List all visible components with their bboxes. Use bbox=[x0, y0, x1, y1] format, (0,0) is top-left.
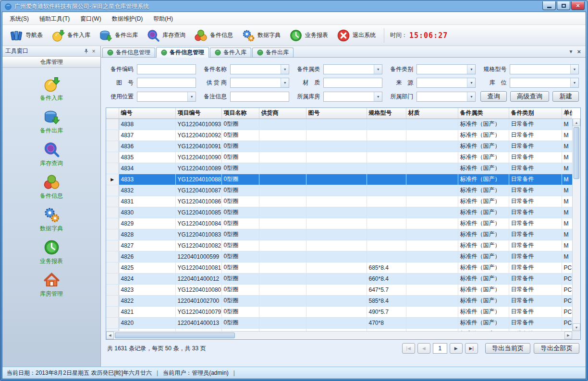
menu-tools[interactable]: 辅助工具(T) bbox=[34, 12, 75, 24]
menu-system[interactable]: 系统(S) bbox=[4, 12, 34, 24]
title-bar[interactable]: 广州爱奇迪软件科技有限公司-深田之星仓库管理系统 × bbox=[2, 0, 586, 12]
row-marker[interactable] bbox=[106, 273, 119, 284]
part-class-select[interactable]: ▼ bbox=[416, 64, 476, 74]
col-header-unit[interactable]: 单位 bbox=[562, 108, 572, 119]
current-row-marker[interactable]: ▶ bbox=[106, 174, 119, 185]
table-row[interactable]: 482612204010005990型圈标准件（国产）日常备件M bbox=[106, 251, 572, 262]
table-row[interactable]: 482212204010027000型圈585*8.4标准件（国产）日常备件PC bbox=[106, 295, 572, 306]
sidebar-item-inventory-search[interactable]: 库存查询 bbox=[25, 141, 78, 167]
warehouse-select[interactable]: ▼ bbox=[323, 92, 382, 102]
table-row[interactable]: 4827YG122040100820型圈标准件（国产）日常备件M bbox=[106, 240, 572, 251]
spec-model-select[interactable]: ▼ bbox=[510, 64, 579, 74]
page-number-input[interactable] bbox=[433, 343, 447, 354]
col-header-drawing-no[interactable]: 图号 bbox=[306, 108, 367, 119]
row-marker[interactable] bbox=[106, 262, 119, 273]
warehouse-manage-section-header[interactable]: 仓库管理 bbox=[2, 57, 100, 68]
query-button[interactable]: 查询 bbox=[480, 91, 507, 102]
col-header-project-code[interactable]: 项目编号 bbox=[175, 108, 221, 119]
next-page-button[interactable]: ▶ bbox=[450, 343, 463, 354]
row-marker[interactable] bbox=[106, 229, 119, 240]
table-row[interactable]: 4832YG122040100870型圈标准件（国产）日常备件M bbox=[106, 185, 572, 196]
location-select[interactable]: ▼ bbox=[510, 78, 579, 88]
supplier-select[interactable]: ▼ bbox=[230, 78, 289, 88]
close-button[interactable]: × bbox=[571, 1, 585, 10]
export-all-pages-button[interactable]: 导出全部页 bbox=[534, 343, 579, 354]
row-marker[interactable] bbox=[106, 152, 119, 163]
prev-page-button[interactable]: ◀ bbox=[417, 343, 430, 354]
row-marker[interactable] bbox=[106, 306, 119, 317]
sidebar-close-button[interactable]: × bbox=[90, 48, 98, 55]
maximize-button[interactable] bbox=[557, 1, 570, 10]
col-header-material[interactable]: 材质 bbox=[406, 108, 458, 119]
table-row[interactable]: 4823YG122040100800型圈647*5.7标准件（国产）日常备件PC bbox=[106, 284, 572, 295]
toolbar-parts-outbound-button[interactable]: 备件出库 bbox=[95, 27, 142, 44]
tab-parts-info-manage-1[interactable]: 备件信息管理 bbox=[102, 48, 155, 57]
sidebar-item-business-report[interactable]: 业务报表 bbox=[25, 239, 78, 265]
material-input[interactable] bbox=[323, 78, 382, 88]
menu-window[interactable]: 窗口(W) bbox=[75, 12, 106, 24]
row-marker[interactable] bbox=[106, 163, 119, 174]
col-header-part-category[interactable]: 备件属类 bbox=[458, 108, 509, 119]
table-row[interactable]: 482012204014000130型圈470*8标准件（国产）日常备件PC bbox=[106, 317, 572, 328]
part-code-input[interactable] bbox=[137, 64, 196, 74]
row-marker[interactable] bbox=[106, 317, 119, 328]
col-header-id[interactable]: 编号 bbox=[119, 108, 175, 119]
table-row[interactable]: 4836YG122040100910型圈标准件（国产）日常备件M bbox=[106, 141, 572, 152]
vertical-scroll-thumb[interactable] bbox=[574, 127, 579, 179]
tab-parts-inbound[interactable]: 备件入库 bbox=[210, 48, 251, 57]
menu-data-maintenance[interactable]: 数据维护(D) bbox=[107, 12, 148, 24]
table-row[interactable]: 4829YG122040100840型圈标准件（国产）日常备件M bbox=[106, 218, 572, 229]
toolbar-parts-inbound-button[interactable]: 备件入库 bbox=[47, 27, 95, 44]
drawing-no-input[interactable] bbox=[137, 78, 196, 88]
row-marker[interactable] bbox=[106, 284, 119, 295]
chevron-down-icon[interactable]: ▼ bbox=[467, 65, 475, 74]
tab-close-button[interactable]: × bbox=[577, 48, 581, 55]
first-page-button[interactable]: |◀ bbox=[402, 343, 415, 354]
chevron-down-icon[interactable]: ▼ bbox=[467, 78, 475, 87]
chevron-down-icon[interactable]: ▼ bbox=[374, 92, 382, 101]
row-marker[interactable] bbox=[106, 185, 119, 196]
chevron-down-icon[interactable]: ▼ bbox=[281, 65, 289, 74]
table-row[interactable]: 4830YG122040100850型圈标准件（国产）日常备件M bbox=[106, 207, 572, 218]
toolbar-data-dictionary-button[interactable]: 数据字典 bbox=[237, 27, 285, 44]
pin-button[interactable] bbox=[82, 48, 90, 55]
toolbar-exit-system-button[interactable]: 退出系统 bbox=[332, 27, 380, 44]
scroll-right-icon[interactable]: ▶ bbox=[564, 332, 572, 339]
toolbar-inventory-search-button[interactable]: 库存查询 bbox=[142, 27, 190, 44]
table-row[interactable]: 482412204014000120型圈660*8.4标准件（国产）日常备件PC bbox=[106, 273, 572, 284]
last-page-button[interactable]: ▶| bbox=[465, 343, 478, 354]
row-marker[interactable] bbox=[106, 141, 119, 152]
scroll-left-icon[interactable]: ◀ bbox=[106, 332, 114, 339]
part-name-select[interactable]: ▼ bbox=[230, 64, 289, 74]
create-button[interactable]: 新建 bbox=[552, 91, 579, 102]
tab-list-dropdown-button[interactable]: ▼ bbox=[569, 49, 574, 54]
table-row[interactable]: 4838YG122040100930型圈标准件（国产）日常备件M bbox=[106, 119, 572, 130]
minimize-button[interactable] bbox=[542, 1, 556, 10]
tab-parts-info-manage-2[interactable]: 备件信息管理 bbox=[156, 47, 209, 58]
menu-help[interactable]: 帮助(H) bbox=[148, 12, 178, 24]
tab-parts-outbound[interactable]: 备件出库 bbox=[252, 48, 294, 57]
col-header-project-name[interactable]: 项目名称 bbox=[221, 108, 259, 119]
row-marker[interactable] bbox=[106, 207, 119, 218]
row-marker[interactable] bbox=[106, 218, 119, 229]
vertical-scrollbar[interactable]: ▲ ▼ bbox=[572, 119, 580, 331]
table-row[interactable]: 4837YG122040100920型圈标准件（国产）日常备件M bbox=[106, 130, 572, 141]
toolbar-navigator-button[interactable]: 导航条 bbox=[5, 27, 47, 44]
col-header-spec-model[interactable]: 规格型号 bbox=[367, 108, 406, 119]
chevron-down-icon[interactable]: ▼ bbox=[570, 78, 578, 87]
table-row[interactable]: 4831YG122040100860型圈标准件（国产）日常备件M bbox=[106, 196, 572, 207]
row-marker[interactable] bbox=[106, 196, 119, 207]
table-row[interactable]: 4835YG122040100900型圈标准件（国产）日常备件M bbox=[106, 152, 572, 163]
remark-input[interactable] bbox=[230, 92, 289, 102]
row-marker[interactable] bbox=[106, 119, 119, 130]
sidebar-item-parts-info[interactable]: 备件信息 bbox=[25, 174, 78, 200]
horizontal-scroll-thumb[interactable] bbox=[115, 333, 235, 338]
table-row[interactable]: 4834YG122040100890型圈标准件（国产）日常备件M bbox=[106, 163, 572, 174]
chevron-down-icon[interactable]: ▼ bbox=[281, 78, 289, 87]
col-header-part-class[interactable]: 备件类别 bbox=[509, 108, 562, 119]
export-current-page-button[interactable]: 导出当前页 bbox=[485, 343, 531, 354]
row-marker[interactable] bbox=[106, 240, 119, 251]
chevron-down-icon[interactable]: ▼ bbox=[187, 92, 196, 101]
chevron-down-icon[interactable]: ▼ bbox=[570, 65, 578, 74]
part-category-select[interactable]: ▼ bbox=[323, 64, 382, 74]
